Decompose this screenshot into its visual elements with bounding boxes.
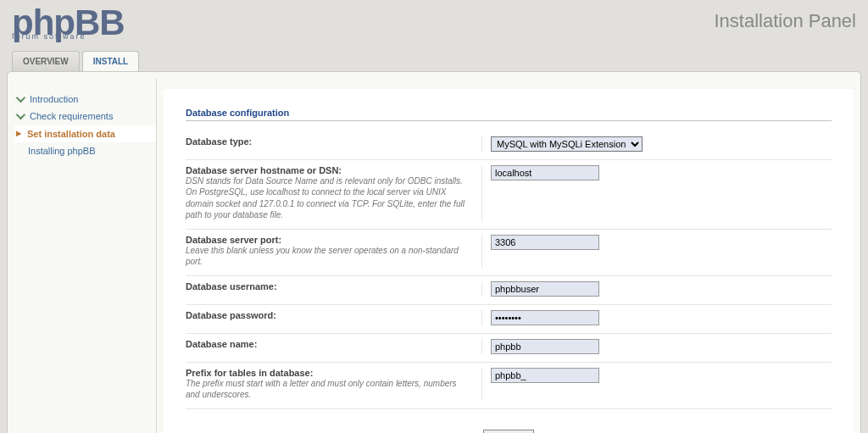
section-title: Database configuration — [186, 108, 832, 121]
logo: phpBB forum software — [12, 8, 125, 41]
sidebar-item-label: Installing phpBB — [28, 144, 96, 158]
sidebar-item-check-requirements[interactable]: Check requirements — [14, 108, 156, 125]
dbpass-input[interactable] — [491, 310, 599, 325]
sidebar-item-introduction[interactable]: Introduction — [14, 91, 156, 108]
panel-title: Installation Panel — [714, 10, 856, 32]
submit-button[interactable]: Submit — [483, 430, 533, 433]
dbpass-label: Database password: — [186, 310, 471, 320]
sidebar-item-installing-phpbb[interactable]: Installing phpBB — [14, 142, 156, 160]
dbname-label: Database name: — [186, 339, 471, 349]
sidebar-item-set-installation-data[interactable]: Set installation data — [14, 125, 156, 143]
tblprefix-help: The prefix must start with a letter and … — [186, 378, 471, 401]
dbport-label: Database server port: — [186, 235, 471, 245]
dbuser-input[interactable] — [491, 281, 599, 297]
dbtype-label: Database type: — [186, 136, 471, 147]
tabs: OVERVIEW INSTALL — [7, 51, 861, 71]
dbtype-select[interactable]: MySQL with MySQLi Extension — [491, 136, 643, 152]
sidebar-item-label: Check requirements — [30, 109, 113, 124]
tblprefix-label: Prefix for tables in database: — [186, 368, 471, 378]
dbport-input[interactable] — [491, 235, 599, 250]
dbuser-label: Database username: — [186, 281, 471, 291]
dbhost-input[interactable] — [491, 165, 599, 180]
tab-overview[interactable]: OVERVIEW — [12, 51, 80, 71]
tblprefix-input[interactable] — [491, 368, 599, 383]
sidebar-item-label: Set installation data — [27, 127, 115, 142]
dbhost-label: Database server hostname or DSN: — [186, 165, 471, 175]
sidebar: Introduction Check requirements Set inst… — [14, 79, 157, 433]
dbhost-help: DSN stands for Data Source Name and is r… — [186, 175, 471, 221]
main-content: Database configuration Database type: My… — [164, 89, 854, 433]
dbname-input[interactable] — [491, 339, 599, 354]
dbport-help: Leave this blank unless you know the ser… — [186, 245, 471, 268]
sidebar-item-label: Introduction — [30, 92, 78, 107]
tab-install[interactable]: INSTALL — [82, 51, 139, 71]
